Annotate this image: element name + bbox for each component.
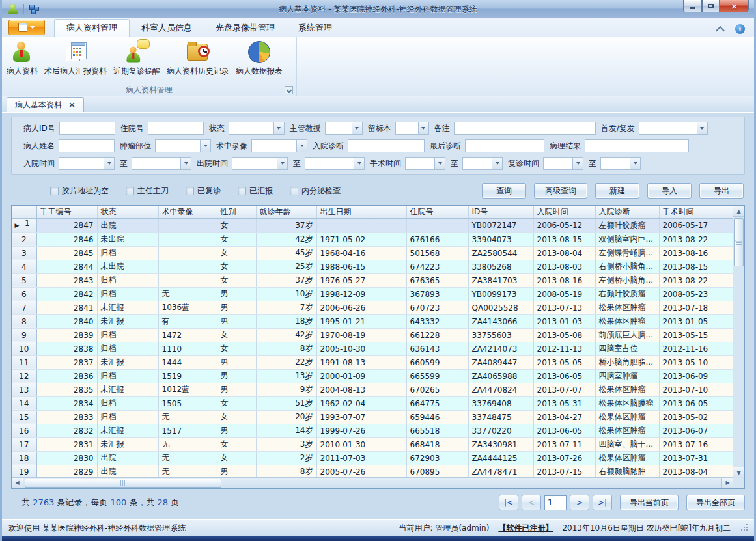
table-row[interactable]: 182830出院无女2岁2011-07-03672903ZA4444125201… xyxy=(12,451,733,465)
ribbon-button-1[interactable]: 病人资料 xyxy=(3,39,41,78)
table-cell[interactable]: 42岁 xyxy=(256,328,316,342)
table-cell[interactable]: 1036蓝 xyxy=(158,301,217,314)
table-cell[interactable]: 四脑室、脑干... xyxy=(595,437,659,451)
filter-input-2-5[interactable] xyxy=(465,139,544,152)
table-cell[interactable]: 33770220 xyxy=(468,424,533,437)
table-cell[interactable]: 女 xyxy=(217,396,256,410)
ribbon-button-2[interactable]: 术后病人汇报资料 xyxy=(41,39,110,78)
table-cell[interactable]: 未汇报 xyxy=(97,301,158,314)
table-cell[interactable]: 2013-07-07 xyxy=(533,383,595,396)
table-cell[interactable]: 男 xyxy=(217,301,256,314)
table-cell[interactable]: 女 xyxy=(217,218,256,232)
table-cell[interactable]: 男 xyxy=(217,287,256,301)
table-cell[interactable]: 2847 xyxy=(36,218,97,232)
table-cell[interactable]: ZA3841703 xyxy=(468,273,533,287)
export-all-pages-button[interactable]: 导出全部页 xyxy=(686,495,745,510)
table-cell[interactable]: 2008-05-19 xyxy=(533,287,595,301)
table-cell[interactable] xyxy=(406,218,468,232)
table-cell[interactable]: ZA4470824 xyxy=(468,383,533,396)
column-header-2[interactable]: 状态 xyxy=(97,206,158,218)
filter-input-2-1[interactable] xyxy=(59,139,115,152)
ribbon-tab-4[interactable]: 系统管理 xyxy=(287,20,344,37)
action-button-5[interactable]: 导出 xyxy=(699,183,744,199)
table-cell[interactable]: 2013-05-02 xyxy=(659,410,733,424)
row-gutter[interactable]: 18 xyxy=(12,451,36,465)
resize-grip[interactable] xyxy=(740,524,748,532)
table-cell[interactable]: 2013-08-15 xyxy=(533,232,595,246)
table-row[interactable]: 142834归档1505女51岁1962-02-0466477533769408… xyxy=(12,396,733,410)
table-cell[interactable]: 归档 xyxy=(97,287,158,301)
filter-combo-3-8[interactable] xyxy=(600,157,641,170)
table-cell[interactable] xyxy=(316,218,406,232)
table-cell[interactable]: 2013-07-26 xyxy=(533,451,595,465)
table-cell[interactable]: 1012蓝 xyxy=(158,383,217,396)
row-gutter[interactable]: 6 xyxy=(12,287,36,301)
table-cell[interactable]: 2013-06-09 xyxy=(659,369,733,383)
filter-checkbox-3[interactable]: 已复诊 xyxy=(186,186,221,197)
ribbon-tab-2[interactable]: 科室人员信息 xyxy=(130,20,204,37)
table-cell[interactable]: ZA4143066 xyxy=(468,314,533,328)
table-cell[interactable]: 672903 xyxy=(406,451,468,465)
table-cell[interactable]: 670723 xyxy=(406,301,468,314)
table-cell[interactable]: 女 xyxy=(217,273,256,287)
table-cell[interactable]: 670265 xyxy=(406,383,468,396)
table-cell[interactable]: 1444 xyxy=(158,355,217,369)
table-cell[interactable]: 2845 xyxy=(36,246,97,260)
tab-close-icon[interactable]: × xyxy=(68,102,76,108)
table-cell[interactable]: 出院 xyxy=(97,451,158,465)
table-cell[interactable]: 2846 xyxy=(36,232,97,246)
table-cell[interactable]: 2013-05-31 xyxy=(533,396,595,410)
table-cell[interactable]: 665599 xyxy=(406,369,468,383)
filter-input-2-4[interactable] xyxy=(348,139,425,152)
filter-combo-3-3[interactable] xyxy=(232,157,288,170)
row-gutter[interactable]: 14 xyxy=(12,396,36,410)
table-cell[interactable]: 男 xyxy=(217,424,256,437)
column-header-11[interactable]: 手术时间 xyxy=(659,206,733,218)
table-cell[interactable]: 665518 xyxy=(406,424,468,437)
column-header-7[interactable]: 住院号 xyxy=(406,206,468,218)
table-row[interactable]: 122836归档1519男13岁2000-01-09665599ZA406598… xyxy=(12,369,733,383)
table-cell[interactable]: 660599 xyxy=(406,355,468,369)
table-cell[interactable]: 右侧桥小脑角... xyxy=(595,260,659,273)
row-gutter[interactable]: 9 xyxy=(12,328,36,342)
filter-input-1-1[interactable] xyxy=(59,122,115,135)
last-page-button[interactable]: >| xyxy=(593,495,612,510)
first-page-button[interactable]: |< xyxy=(499,495,518,510)
dropdown-arrow-icon[interactable] xyxy=(354,158,364,169)
table-cell[interactable]: ZA4444125 xyxy=(468,451,533,465)
table-cell[interactable]: 前颅底巨大脑... xyxy=(595,328,659,342)
scroll-left-icon[interactable]: ◀ xyxy=(12,478,23,488)
table-cell[interactable]: 2839 xyxy=(36,328,97,342)
table-cell[interactable]: 659446 xyxy=(406,410,468,424)
dropdown-arrow-icon[interactable] xyxy=(200,140,210,152)
table-cell[interactable]: 2013-07-11 xyxy=(533,437,595,451)
table-cell[interactable]: 2013-07-10 xyxy=(659,383,733,396)
ribbon-tab-3[interactable]: 光盘录像带管理 xyxy=(204,20,287,37)
dropdown-arrow-icon[interactable] xyxy=(697,122,707,134)
table-cell[interactable]: 2835 xyxy=(36,383,97,396)
table-cell[interactable]: 10岁 xyxy=(256,287,316,301)
table-cell[interactable]: 归档 xyxy=(97,246,158,260)
column-header-5[interactable]: 就诊年龄 xyxy=(256,206,316,218)
table-cell[interactable]: 14岁 xyxy=(256,424,316,437)
filter-combo-3-7[interactable] xyxy=(543,157,583,170)
table-cell[interactable]: 未出院 xyxy=(97,232,158,246)
row-gutter[interactable]: 16 xyxy=(12,424,36,437)
table-row[interactable]: 102838归档1110女8岁2005-10-30636143ZA4214073… xyxy=(12,342,733,355)
table-cell[interactable]: 2岁 xyxy=(256,451,316,465)
table-cell[interactable]: 1110 xyxy=(158,342,217,355)
table-cell[interactable]: 1995-01-21 xyxy=(316,314,406,328)
column-header-9[interactable]: 入院时间 xyxy=(533,206,595,218)
dropdown-arrow-icon[interactable] xyxy=(104,158,114,169)
table-cell[interactable]: 2013-08-03 xyxy=(533,260,595,273)
table-cell[interactable]: 2013-01-03 xyxy=(533,314,595,328)
prev-page-button[interactable]: < xyxy=(522,495,541,510)
table-cell[interactable]: 2013-06-07 xyxy=(659,424,733,437)
filter-combo-1-5[interactable] xyxy=(395,122,429,135)
table-cell[interactable]: 1971-05-02 xyxy=(316,232,406,246)
table-cell[interactable]: 2844 xyxy=(36,260,97,273)
table-cell[interactable]: 1988-06-15 xyxy=(316,260,406,273)
filter-checkbox-2[interactable]: 主任主刀 xyxy=(126,186,169,197)
table-cell[interactable]: 1970-08-19 xyxy=(316,328,406,342)
filter-combo-2-3[interactable] xyxy=(251,139,307,152)
